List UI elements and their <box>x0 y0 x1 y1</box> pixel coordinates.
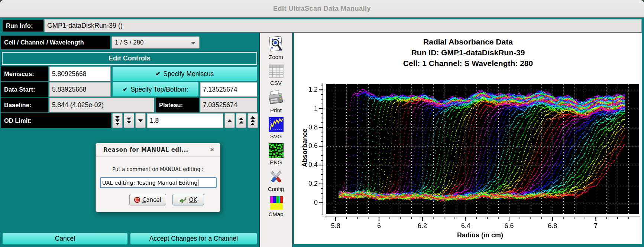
plot-title-line1: Radial Absorbance Data <box>294 36 642 47</box>
baseline-label: Baseline: <box>1 98 48 112</box>
od-decrease-medium-button[interactable] <box>124 113 134 128</box>
config-tools-icon <box>268 169 285 185</box>
tool-label: Config <box>268 186 284 192</box>
od-decrease-fast-button[interactable] <box>112 113 123 128</box>
zoom-tool-button[interactable]: Zoom <box>268 35 285 60</box>
dialog-ok-button[interactable]: OK <box>172 194 204 205</box>
reason-dialog: Reason for MANUAL edi... ✕ Put a comment… <box>96 143 220 212</box>
cell-channel-wavelength-label: Cell / Channel / Wavelength <box>1 36 110 49</box>
csv-tool-button[interactable]: CSV <box>268 63 284 86</box>
window-titlebar[interactable]: Edit UltraScan Data Manually <box>0 0 644 17</box>
png-tool-button[interactable]: PNG <box>268 143 284 165</box>
cancel-button[interactable]: Cancel <box>2 233 128 245</box>
od-decrease-button[interactable] <box>135 113 146 128</box>
reason-dialog-title: Reason for MANUAL edi... <box>103 146 188 153</box>
baseline-value-field: 5.844 (4.025e-02) <box>49 98 154 112</box>
tool-label: CMap <box>268 211 283 217</box>
text-cursor <box>198 180 198 186</box>
run-info-label: Run Info: <box>3 20 43 32</box>
check-icon: ✔ <box>156 70 161 77</box>
double-down-icon <box>127 118 131 120</box>
run-info-value: GMP1-dataDiskRun-39 () <box>44 19 642 32</box>
plot-toolbar: Zoom CSV <box>259 33 292 247</box>
check-icon: ✔ <box>123 86 128 93</box>
radial-absorbance-plot-panel: Radial Absorbance Data Run ID: GMP1-data… <box>294 33 642 244</box>
dialog-ok-label: OK <box>189 197 197 203</box>
tool-label: PNG <box>270 159 282 165</box>
svg-tool-button[interactable]: SVG <box>268 117 284 139</box>
od-increase-medium-button[interactable] <box>236 113 246 128</box>
reason-comment-text: UAL editing: Testing Manual Editing <box>102 180 197 186</box>
reason-comment-input[interactable]: UAL editing: Testing Manual Editing <box>100 177 217 188</box>
png-image-icon <box>268 143 284 158</box>
cmap-tool-button[interactable]: CMap <box>268 195 284 217</box>
specify-meniscus-button[interactable]: ✔ Specify Meniscus <box>112 66 257 81</box>
edit-controls-header: Edit Controls <box>2 52 257 65</box>
ok-arrow-icon <box>179 197 187 203</box>
od-limit-label: OD Limit: <box>1 113 111 128</box>
edit-ultrascan-window: Edit UltraScan Data Manually Run Info: G… <box>0 0 644 247</box>
cancel-stop-icon <box>134 197 140 203</box>
plot-title-line3: Cell: 1 Channel: S Wavelength: 280 <box>294 58 642 69</box>
printer-icon <box>268 89 285 106</box>
accept-changes-button[interactable]: Accept Changes for a Channel <box>130 233 257 245</box>
chevron-down-icon <box>191 42 195 45</box>
triple-up-icon <box>250 116 255 119</box>
specify-top-bottom-label: Specify Top/Bottom: <box>130 86 188 93</box>
data-start-label: Data Start: <box>1 82 48 97</box>
cell-channel-dropdown[interactable]: 1 / S / 280 <box>111 36 200 49</box>
config-tool-button[interactable]: Config <box>268 169 285 192</box>
od-increase-fast-button[interactable] <box>247 113 258 128</box>
od-limit-input[interactable]: 1.8 <box>147 113 223 128</box>
dialog-cancel-label: Cancel <box>142 197 161 203</box>
reason-dialog-titlebar[interactable]: Reason for MANUAL edi... ✕ <box>96 143 220 157</box>
svg-plot-icon <box>268 117 284 132</box>
window-title: Edit UltraScan Data Manually <box>273 5 371 13</box>
print-tool-button[interactable]: Print <box>268 89 285 113</box>
tool-label: Print <box>270 107 282 113</box>
x-axis-label: Radius (in cm) <box>331 231 629 239</box>
meniscus-value-field[interactable]: 5.80925668 <box>49 66 111 81</box>
down-icon <box>138 119 143 122</box>
tool-label: SVG <box>270 133 282 139</box>
tool-label: Zoom <box>269 54 283 60</box>
plot-title: Radial Absorbance Data Run ID: GMP1-data… <box>294 36 642 69</box>
top-bottom-value-field[interactable]: 7.13525674 <box>200 82 257 97</box>
up-icon <box>227 119 232 122</box>
dialog-cancel-button[interactable]: Cancel <box>129 194 166 205</box>
triple-down-icon <box>115 116 120 119</box>
colormap-icon <box>268 195 284 210</box>
close-icon[interactable]: ✕ <box>210 146 215 153</box>
plot-title-line2: Run ID: GMP1-dataDiskRun-39 <box>294 47 642 58</box>
absorbance-plot-canvas[interactable] <box>305 76 642 240</box>
tool-label: CSV <box>270 80 282 86</box>
zoom-icon <box>268 35 285 53</box>
data-start-value-field: 5.83925668 <box>49 82 111 97</box>
plateau-value-field: 7.03525674 <box>200 98 257 112</box>
meniscus-label: Meniscus: <box>1 66 48 81</box>
double-up-icon <box>239 118 243 120</box>
specify-meniscus-label: Specify Meniscus <box>163 70 214 78</box>
reason-dialog-message: Put a comment on MANUAL editing : <box>96 166 220 172</box>
od-increase-button[interactable] <box>224 113 235 128</box>
specify-top-bottom-button[interactable]: ✔ Specify Top/Bottom: <box>112 82 199 97</box>
cell-channel-selected: 1 / S / 280 <box>115 39 144 46</box>
plateau-label: Plateau: <box>156 98 199 112</box>
csv-table-icon <box>268 63 284 79</box>
